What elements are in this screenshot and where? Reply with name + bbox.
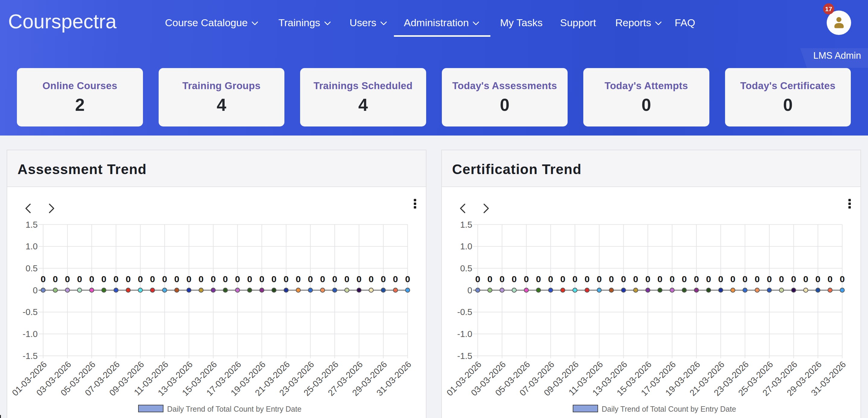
svg-text:0: 0	[560, 274, 565, 284]
svg-text:0: 0	[499, 274, 504, 284]
svg-text:0: 0	[235, 274, 240, 284]
svg-text:-1.5: -1.5	[23, 351, 38, 361]
svg-text:0: 0	[308, 274, 313, 284]
svg-text:0: 0	[65, 274, 70, 284]
svg-text:1.0: 1.0	[460, 242, 472, 251]
svg-text:0: 0	[572, 274, 578, 284]
svg-text:0: 0	[174, 274, 180, 284]
svg-text:0: 0	[150, 274, 155, 284]
svg-text:0: 0	[803, 274, 808, 284]
svg-text:0: 0	[633, 274, 638, 284]
svg-text:0: 0	[272, 274, 277, 284]
svg-text:0: 0	[791, 274, 796, 284]
svg-text:0: 0	[356, 274, 362, 284]
svg-text:-0.5: -0.5	[457, 307, 472, 317]
svg-text:0: 0	[645, 274, 651, 284]
svg-text:0: 0	[114, 274, 119, 284]
svg-text:0: 0	[77, 274, 82, 284]
svg-text:0: 0	[779, 274, 784, 284]
svg-text:0: 0	[53, 274, 58, 284]
svg-text:0: 0	[198, 274, 204, 284]
svg-text:0: 0	[369, 274, 374, 284]
svg-text:0: 0	[223, 274, 228, 284]
svg-text:0: 0	[101, 274, 106, 284]
svg-text:0: 0	[585, 274, 590, 284]
svg-text:0: 0	[828, 274, 833, 284]
svg-text:-0.5: -0.5	[23, 307, 38, 317]
svg-text:0: 0	[548, 274, 553, 284]
svg-text:0.5: 0.5	[26, 264, 38, 273]
svg-text:0: 0	[247, 274, 252, 284]
svg-text:0: 0	[393, 274, 398, 284]
svg-text:0: 0	[657, 274, 662, 284]
svg-text:0: 0	[126, 274, 131, 284]
svg-text:0: 0	[405, 274, 410, 284]
svg-text:0: 0	[332, 274, 337, 284]
svg-text:0: 0	[487, 274, 493, 284]
svg-text:0: 0	[754, 274, 760, 284]
svg-text:0: 0	[138, 274, 143, 284]
svg-text:1.0: 1.0	[26, 242, 38, 251]
svg-text:0: 0	[344, 274, 349, 284]
svg-text:0: 0	[609, 274, 614, 284]
svg-text:Daily Trend of Total Count by: Daily Trend of Total Count by Entry Date	[167, 405, 302, 413]
svg-text:0: 0	[706, 274, 711, 284]
svg-text:0: 0	[283, 274, 289, 284]
svg-text:0: 0	[467, 285, 472, 295]
svg-text:0: 0	[296, 274, 301, 284]
svg-text:0: 0	[596, 274, 602, 284]
svg-text:0: 0	[512, 274, 517, 284]
svg-text:1.5: 1.5	[460, 220, 472, 230]
svg-text:1.5: 1.5	[26, 220, 38, 230]
svg-text:0: 0	[475, 274, 480, 284]
svg-text:0: 0	[41, 274, 46, 284]
svg-text:0: 0	[815, 274, 820, 284]
svg-text:0: 0	[718, 274, 723, 284]
svg-text:0: 0	[536, 274, 541, 284]
svg-text:0: 0	[682, 274, 687, 284]
svg-text:0: 0	[89, 274, 94, 284]
svg-text:0: 0	[524, 274, 529, 284]
svg-text:0.5: 0.5	[460, 264, 472, 273]
svg-text:0: 0	[731, 274, 736, 284]
svg-text:Daily Trend of Total Count by: Daily Trend of Total Count by Entry Date	[602, 405, 736, 413]
svg-text:0: 0	[840, 274, 845, 284]
svg-text:0: 0	[33, 285, 38, 295]
svg-text:0: 0	[211, 274, 216, 284]
svg-text:0: 0	[381, 274, 386, 284]
svg-text:0: 0	[670, 274, 675, 284]
svg-text:0: 0	[767, 274, 772, 284]
svg-text:-1.0: -1.0	[457, 329, 472, 339]
svg-text:-1.5: -1.5	[457, 351, 472, 361]
svg-text:0: 0	[320, 274, 325, 284]
svg-text:0: 0	[743, 274, 748, 284]
svg-text:0: 0	[186, 274, 191, 284]
svg-text:0: 0	[259, 274, 265, 284]
svg-text:0: 0	[621, 274, 626, 284]
svg-text:0: 0	[162, 274, 167, 284]
svg-text:0: 0	[694, 274, 699, 284]
svg-text:-1.0: -1.0	[23, 329, 38, 339]
